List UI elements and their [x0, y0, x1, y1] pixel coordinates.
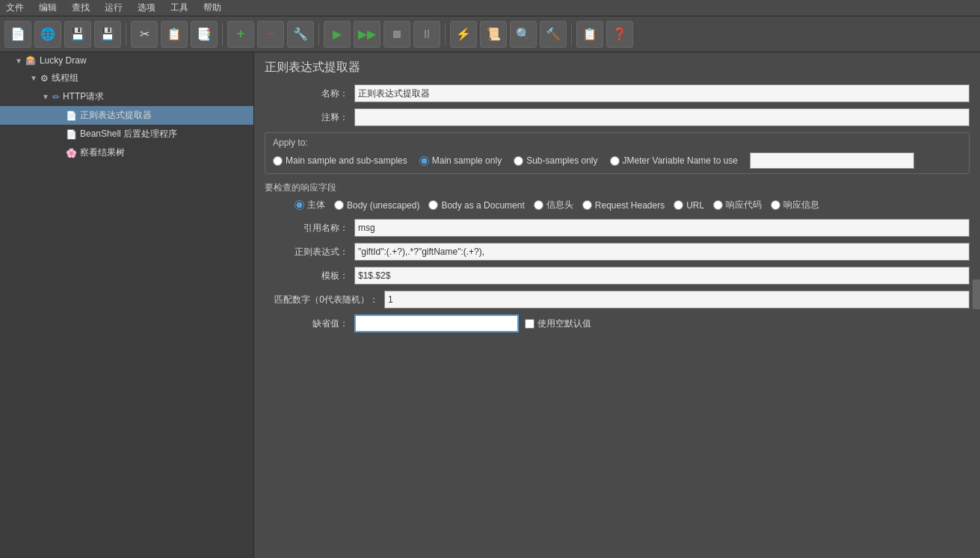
field-body-doc[interactable]: Body as a Document [428, 200, 524, 211]
menu-find[interactable]: 查找 [69, 0, 93, 16]
apply-main-only[interactable]: Main sample only [419, 155, 502, 166]
field-body-unescaped-radio[interactable] [334, 200, 344, 210]
jmeter-var-input[interactable] [750, 152, 914, 169]
apply-jmeter-var-radio[interactable] [610, 156, 620, 166]
menu-file[interactable]: 文件 [3, 0, 27, 16]
field-request-headers[interactable]: Request Headers [582, 200, 665, 211]
field-body-radio[interactable] [295, 200, 304, 210]
sidebar-item-beanshell[interactable]: 📄 BeanShell 后置处理程序 [0, 125, 253, 143]
view-tree-icon: 🌸 [66, 148, 77, 158]
apply-jmeter-var[interactable]: JMeter Variable Name to use [610, 155, 739, 166]
regex-extractor-icon: 📄 [66, 111, 77, 121]
field-response-code[interactable]: 响应代码 [713, 199, 762, 211]
sidebar-label-beanshell: BeanShell 后置处理程序 [80, 128, 177, 140]
right-edge-handle[interactable] [973, 279, 980, 309]
regex-row: 正则表达式： [265, 243, 970, 261]
comment-input[interactable] [354, 108, 970, 126]
field-response-code-radio[interactable] [713, 200, 723, 210]
sep3 [318, 23, 319, 46]
lucky-draw-icon: 🎰 [25, 55, 37, 66]
apply-main-sub[interactable]: Main sample and sub-samples [273, 155, 407, 166]
sidebar-item-regex-extractor[interactable]: 📄 正则表达式提取器 [0, 106, 253, 125]
help-button[interactable]: ❓ [606, 21, 633, 48]
field-url-radio[interactable] [674, 200, 683, 210]
ref-name-input[interactable] [354, 219, 970, 237]
ref-name-label: 引用名称： [265, 222, 354, 235]
remove-button[interactable]: − [257, 21, 284, 48]
apply-to-section: Apply to: Main sample and sub-samples Ma… [265, 132, 970, 174]
browse-button[interactable]: 🔧 [287, 21, 314, 48]
comment-row: 注释： [265, 108, 970, 126]
apply-main-sub-label: Main sample and sub-samples [286, 155, 407, 166]
template-button[interactable]: 📜 [480, 21, 507, 48]
apply-main-sub-radio[interactable] [273, 156, 283, 166]
use-empty-checkbox[interactable] [525, 319, 534, 329]
field-body-unescaped[interactable]: Body (unescaped) [334, 200, 419, 211]
apply-main-only-radio[interactable] [419, 156, 429, 166]
response-field-label: 要检查的响应字段 [265, 182, 970, 194]
sep2 [222, 23, 223, 46]
new-button[interactable]: 📄 [4, 21, 31, 48]
start-button[interactable]: ▶ [324, 21, 351, 48]
save-button[interactable]: 💾 [94, 21, 121, 48]
match-number-row: 匹配数字（0代表随机）： [265, 291, 970, 309]
apply-sub-only-radio[interactable] [514, 156, 523, 166]
add-button[interactable]: + [227, 21, 254, 48]
field-request-headers-label: Request Headers [595, 200, 665, 211]
menu-run[interactable]: 运行 [102, 0, 126, 16]
apply-sub-only[interactable]: Sub-samples only [514, 155, 597, 166]
field-response-code-label: 响应代码 [726, 199, 762, 211]
script-button[interactable]: ⚡ [450, 21, 477, 48]
template-input[interactable] [354, 267, 970, 285]
template-label: 模板： [265, 270, 354, 282]
sidebar-item-http-request[interactable]: ▼ ✏ HTTP请求 [0, 87, 253, 106]
paste-button[interactable]: 📑 [191, 21, 218, 48]
apply-to-label: Apply to: [273, 137, 961, 148]
save-copy-button[interactable]: 💾 [64, 21, 91, 48]
shutdown-button[interactable]: ⏸ [413, 21, 440, 48]
ref-name-row: 引用名称： [265, 219, 970, 237]
menu-help[interactable]: 帮助 [200, 0, 224, 16]
field-info-header-label: 信息头 [546, 199, 573, 211]
regex-label: 正则表达式： [265, 246, 354, 258]
menu-edit[interactable]: 编辑 [36, 0, 60, 16]
copy-button[interactable]: 📋 [161, 21, 188, 48]
sidebar-item-lucky-draw[interactable]: ▼ 🎰 Lucky Draw [0, 52, 253, 69]
sidebar-item-thread-group[interactable]: ▼ ⚙ 线程组 [0, 69, 253, 87]
content-area: 正则表达式提取器 名称： 注释： Apply to: Main sample a… [254, 52, 980, 558]
use-empty-checkbox-label[interactable]: 使用空默认值 [525, 317, 591, 330]
field-info-header-radio[interactable] [534, 200, 543, 210]
field-response-info[interactable]: 响应信息 [771, 199, 819, 211]
response-radio-group: 主体 Body (unescaped) Body as a Document 信… [265, 199, 970, 211]
apply-main-only-label: Main sample only [432, 155, 502, 166]
name-input[interactable] [354, 84, 970, 102]
cut-button[interactable]: ✂ [131, 21, 158, 48]
field-body-doc-radio[interactable] [428, 200, 438, 210]
default-value-input[interactable] [354, 314, 519, 332]
arrow-lucky-draw: ▼ [15, 57, 22, 65]
name-label: 名称： [265, 87, 354, 100]
regex-input[interactable] [354, 243, 970, 261]
field-url[interactable]: URL [674, 200, 704, 211]
field-response-info-radio[interactable] [771, 200, 780, 210]
list-button[interactable]: 📋 [576, 21, 603, 48]
menu-options[interactable]: 选项 [135, 0, 158, 16]
open-button[interactable]: 🌐 [34, 21, 61, 48]
field-url-label: URL [686, 200, 704, 211]
match-number-input[interactable] [384, 291, 970, 309]
sidebar-label-thread-group: 线程组 [52, 72, 78, 84]
default-value-row: 缺省值： 使用空默认值 [265, 314, 970, 332]
toolbox-button[interactable]: 🔨 [540, 21, 567, 48]
field-request-headers-radio[interactable] [582, 200, 592, 210]
menu-tools[interactable]: 工具 [167, 0, 191, 16]
sidebar-label-http-request: HTTP请求 [63, 90, 104, 103]
debug-button[interactable]: 🔍 [510, 21, 537, 48]
response-field-section: 要检查的响应字段 主体 Body (unescaped) Body as a D… [265, 182, 970, 211]
stop-button[interactable]: ⏹ [383, 21, 410, 48]
thread-group-icon: ⚙ [40, 73, 49, 84]
start-no-pause-button[interactable]: ▶▶ [354, 21, 380, 48]
sidebar-item-view-tree[interactable]: 🌸 察看结果树 [0, 143, 253, 162]
use-empty-label: 使用空默认值 [537, 317, 591, 330]
field-body[interactable]: 主体 [295, 199, 325, 211]
field-info-header[interactable]: 信息头 [534, 199, 573, 211]
